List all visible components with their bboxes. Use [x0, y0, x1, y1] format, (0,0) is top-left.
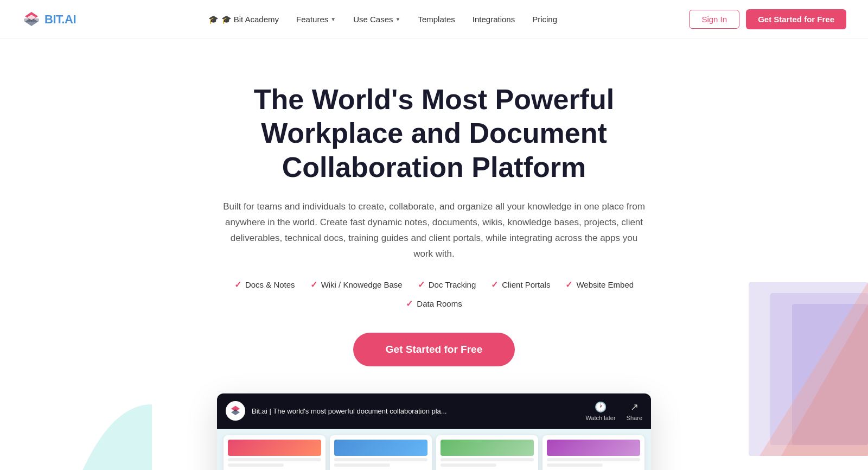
- feature-doc-tracking: ✓ Doc Tracking: [418, 280, 476, 290]
- clock-icon: 🕐: [595, 401, 607, 413]
- hero-title: The World's Most Powerful Workplace and …: [212, 82, 656, 184]
- cap-icon: 🎓: [208, 15, 219, 24]
- video-thumbnail: Bit.ai | The world's most powerful docum…: [217, 393, 651, 470]
- check-icon: ✓: [418, 280, 425, 290]
- svg-rect-5: [792, 304, 868, 445]
- video-top-bar: Bit.ai | The world's most powerful docum…: [217, 393, 651, 429]
- nav-bit-academy[interactable]: 🎓 🎓 Bit Academy: [208, 15, 279, 24]
- nav-pricing[interactable]: Pricing: [532, 15, 557, 24]
- svg-rect-4: [770, 293, 868, 445]
- features-list: ✓ Docs & Notes ✓ Wiki / Knowedge Base ✓ …: [212, 280, 656, 309]
- video-actions: 🕐 Watch later ↗ Share: [585, 401, 642, 421]
- nav-features[interactable]: Features ▼: [296, 15, 336, 24]
- nav-actions: Sign In Get Started for Free: [689, 9, 846, 29]
- video-card-1: [224, 435, 326, 470]
- video-content-area: [217, 429, 651, 470]
- logo-text: BIT.AI: [44, 12, 76, 27]
- video-logo: [226, 401, 245, 421]
- video-title: Bit.ai | The world's most powerful docum…: [252, 407, 447, 415]
- get-started-nav-button[interactable]: Get Started for Free: [746, 9, 846, 29]
- svg-rect-3: [749, 282, 868, 456]
- nav-links: 🎓 🎓 Bit Academy Features ▼ Use Cases ▼ T…: [208, 15, 558, 24]
- check-icon: ✓: [565, 280, 572, 290]
- video-card-4: [542, 435, 644, 470]
- navbar: BIT.AI 🎓 🎓 Bit Academy Features ▼ Use Ca…: [0, 0, 868, 39]
- video-card-3: [436, 435, 538, 470]
- check-icon: ✓: [406, 298, 413, 309]
- watch-later-action[interactable]: 🕐 Watch later: [585, 401, 615, 421]
- share-action[interactable]: ↗ Share: [627, 401, 642, 421]
- chevron-down-icon: ▼: [330, 16, 336, 22]
- check-icon: ✓: [491, 280, 498, 290]
- signin-button[interactable]: Sign In: [689, 10, 739, 29]
- feature-wiki: ✓ Wiki / Knowedge Base: [310, 280, 403, 290]
- nav-templates[interactable]: Templates: [418, 15, 455, 24]
- share-icon: ↗: [630, 401, 639, 413]
- check-icon: ✓: [310, 280, 317, 290]
- feature-docs-notes: ✓ Docs & Notes: [234, 280, 295, 290]
- chevron-down-icon: ▼: [395, 16, 401, 22]
- feature-data-rooms: ✓ Data Rooms: [406, 298, 462, 309]
- bg-decoration-right: [716, 282, 868, 456]
- check-icon: ✓: [234, 280, 241, 290]
- nav-integrations[interactable]: Integrations: [473, 15, 515, 24]
- bg-decoration-left: [0, 404, 152, 470]
- get-started-hero-button[interactable]: Get Started for Free: [353, 333, 515, 366]
- video-section[interactable]: Bit.ai | The world's most powerful docum…: [217, 393, 651, 470]
- nav-use-cases[interactable]: Use Cases ▼: [353, 15, 400, 24]
- feature-website-embed: ✓ Website Embed: [565, 280, 634, 290]
- video-card-2: [330, 435, 432, 470]
- svg-marker-6: [760, 282, 868, 456]
- hero-section: The World's Most Powerful Workplace and …: [190, 39, 678, 470]
- logo[interactable]: BIT.AI: [22, 10, 76, 29]
- feature-client-portals: ✓ Client Portals: [491, 280, 550, 290]
- hero-subtitle: Built for teams and individuals to creat…: [222, 199, 646, 262]
- svg-marker-7: [781, 304, 868, 456]
